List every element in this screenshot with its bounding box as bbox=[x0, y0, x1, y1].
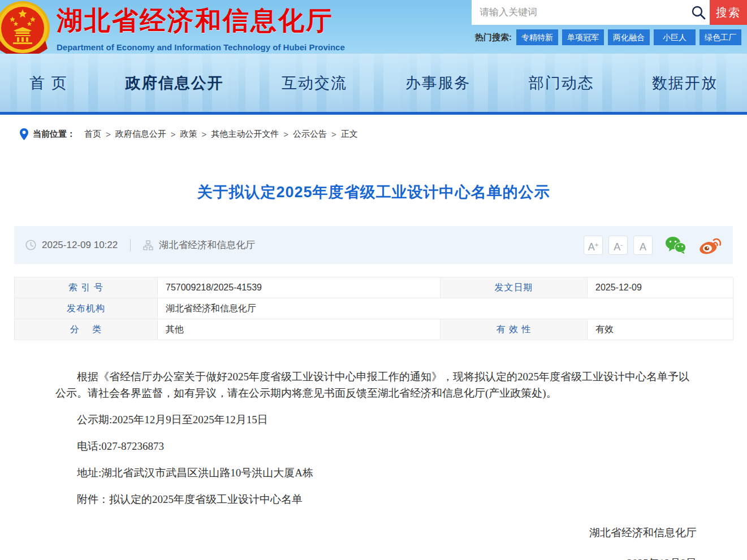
article-title: 关于拟认定2025年度省级工业设计中心名单的公示 bbox=[0, 182, 747, 202]
breadcrumb-policy[interactable]: 政策 bbox=[180, 129, 197, 140]
document-info-table: 索 引 号 757009218/2025-41539 发文日期 2025-12-… bbox=[14, 277, 733, 340]
main-nav: 首 页 政府信息公开 互动交流 办事服务 部门动态 数据开放 bbox=[0, 54, 747, 115]
search-button[interactable]: 搜索 bbox=[710, 0, 747, 25]
info-category-label: 分 类 bbox=[15, 319, 158, 340]
national-emblem-icon bbox=[0, 1, 53, 58]
info-index-label: 索 引 号 bbox=[15, 277, 158, 298]
meta-right: A+ A- A bbox=[578, 236, 722, 255]
article-meta-bar: 2025-12-09 10:22 湖北省经济和信息化厅 A+ A- A bbox=[14, 226, 733, 264]
info-index-value: 757009218/2025-41539 bbox=[158, 277, 441, 298]
font-increase-button[interactable]: A+ bbox=[584, 236, 603, 255]
body-paragraph-address: 地址:湖北省武汉市武昌区洪山路10号洪山大厦A栋 bbox=[55, 465, 697, 481]
site-subtitle-en: Department of Economy and Information Te… bbox=[57, 42, 345, 52]
meta-left: 2025-12-09 10:22 湖北省经济和信息化厅 bbox=[25, 238, 255, 251]
breadcrumb-home[interactable]: 首页 bbox=[84, 129, 101, 140]
location-pin-icon bbox=[20, 128, 28, 140]
signature-date: 2025年12月9日 bbox=[55, 556, 697, 560]
body-paragraph-period: 公示期:2025年12月9日至2025年12月15日 bbox=[55, 411, 697, 428]
nav-item-gov-info[interactable]: 政府信息公开 bbox=[126, 73, 224, 93]
meta-divider bbox=[130, 239, 131, 251]
info-date-value: 2025-12-09 bbox=[588, 277, 733, 298]
info-org-value: 湖北省经济和信息化厅 bbox=[158, 298, 733, 319]
info-category-value: 其他 bbox=[158, 319, 441, 340]
font-decrease-button[interactable]: A- bbox=[608, 236, 628, 255]
hot-search-item[interactable]: 单项冠军 bbox=[562, 29, 604, 45]
hot-search-label: 热门搜索: bbox=[475, 32, 512, 43]
weibo-share-icon[interactable] bbox=[699, 236, 722, 254]
breadcrumb-gov-info[interactable]: 政府信息公开 bbox=[115, 129, 166, 140]
article-body: 根据《省经信厅办公室关于做好2025年度省级工业设计中心申报工作的通知》，现将拟… bbox=[55, 368, 697, 507]
signature-org: 湖北省经济和信息化厅 bbox=[55, 526, 697, 540]
source-org-icon bbox=[143, 240, 153, 250]
nav-item-interaction[interactable]: 互动交流 bbox=[282, 73, 347, 93]
search-icon[interactable] bbox=[687, 5, 710, 20]
site-title-block: 湖北省经济和信息化厅 Department of Economy and Inf… bbox=[57, 3, 345, 52]
publish-datetime: 2025-12-09 10:22 bbox=[42, 240, 118, 251]
breadcrumb-separator: > bbox=[202, 129, 207, 139]
info-org-label: 发布机构 bbox=[15, 298, 158, 319]
header-top: 湖北省经济和信息化厅 Department of Economy and Inf… bbox=[0, 0, 747, 54]
info-validity-value: 有效 bbox=[588, 319, 733, 340]
nav-item-home[interactable]: 首 页 bbox=[29, 73, 68, 93]
publish-source: 湖北省经济和信息化厅 bbox=[159, 238, 255, 251]
breadcrumb-separator: > bbox=[283, 129, 288, 139]
hot-search-item[interactable]: 两化融合 bbox=[608, 29, 650, 45]
breadcrumb-separator: > bbox=[331, 129, 336, 139]
hot-search-item[interactable]: 小巨人 bbox=[654, 29, 696, 45]
font-reset-button[interactable]: A bbox=[633, 236, 653, 255]
breadcrumb-current: 正文 bbox=[341, 129, 358, 140]
site-title: 湖北省经济和信息化厅 bbox=[57, 3, 345, 38]
hot-search-row: 热门搜索: 专精特新 单项冠军 两化融合 小巨人 绿色工厂 bbox=[472, 29, 747, 45]
hot-search-item[interactable]: 绿色工厂 bbox=[699, 29, 741, 45]
breadcrumb-announcements[interactable]: 公示公告 bbox=[293, 129, 327, 140]
breadcrumb-label: 当前位置： bbox=[33, 129, 75, 140]
search-box bbox=[472, 0, 710, 25]
page: 湖北省经济和信息化厅 Department of Economy and Inf… bbox=[0, 0, 747, 560]
breadcrumb: 当前位置： 首页 > 政府信息公开 > 政策 > 其他主动公开文件 > 公示公告… bbox=[0, 115, 747, 153]
search-row: 搜索 bbox=[472, 0, 747, 25]
clock-icon bbox=[25, 240, 36, 250]
info-validity-label: 有 效 性 bbox=[441, 319, 588, 340]
nav-item-dept-news[interactable]: 部门动态 bbox=[529, 73, 594, 93]
signature-block: 湖北省经济和信息化厅 2025年12月9日 bbox=[55, 526, 697, 560]
search-input[interactable] bbox=[472, 0, 687, 25]
site-header: 湖北省经济和信息化厅 Department of Economy and Inf… bbox=[0, 0, 747, 115]
nav-item-services[interactable]: 办事服务 bbox=[405, 73, 470, 93]
hot-search-item[interactable]: 专精特新 bbox=[516, 29, 558, 45]
breadcrumb-other-open-docs[interactable]: 其他主动公开文件 bbox=[211, 129, 279, 140]
body-paragraph: 根据《省经信厅办公室关于做好2025年度省级工业设计中心申报工作的通知》，现将拟… bbox=[55, 368, 697, 401]
info-date-label: 发文日期 bbox=[441, 277, 588, 298]
search-area: 搜索 热门搜索: 专精特新 单项冠军 两化融合 小巨人 绿色工厂 bbox=[472, 0, 747, 45]
breadcrumb-separator: > bbox=[171, 129, 176, 139]
body-paragraph-attachment: 附件：拟认定的2025年度省级工业设计中心名单 bbox=[55, 491, 697, 507]
wechat-share-icon[interactable] bbox=[665, 236, 686, 254]
breadcrumb-separator: > bbox=[106, 129, 111, 139]
nav-item-open-data[interactable]: 数据开放 bbox=[652, 73, 718, 93]
body-paragraph-phone: 电话:027-87236873 bbox=[55, 438, 697, 454]
